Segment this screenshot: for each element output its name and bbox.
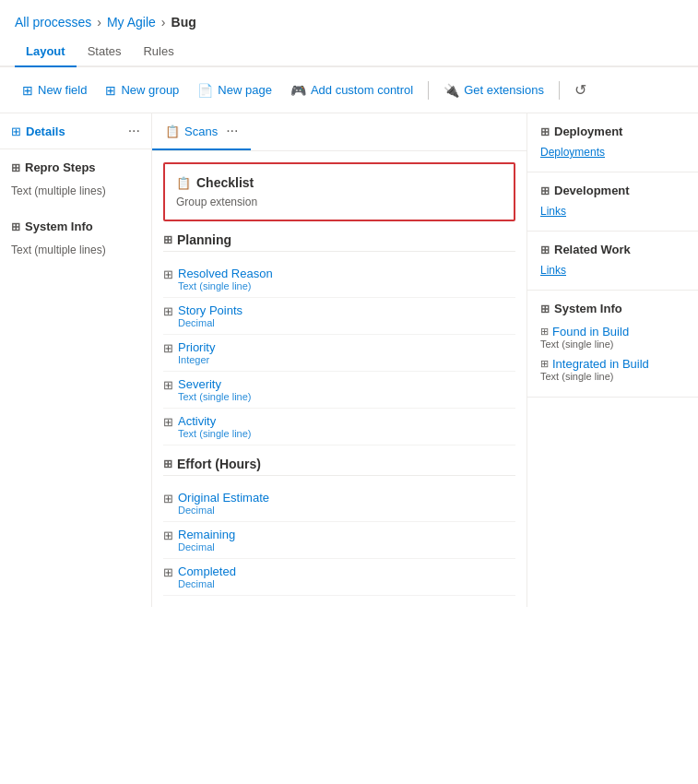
main-panel: 📋 Scans ··· 📋 Checklist Group extension … bbox=[152, 113, 527, 607]
field-icon: ⊞ bbox=[163, 529, 173, 542]
toolbar-separator bbox=[428, 81, 429, 100]
field-icon: ⊞ bbox=[163, 304, 173, 318]
right-field-name[interactable]: ⊞ Integrated in Build bbox=[540, 357, 685, 371]
right-section-title: ⊞ Related Work bbox=[540, 243, 685, 256]
toolbar: ⊞ New field ⊞ New group 📄 New page 🎮 Add… bbox=[0, 67, 698, 113]
left-panel-content: ⊞ Repro Steps Text (multiple lines) ⊞ Sy… bbox=[0, 149, 151, 271]
planning-field-row: ⊞ Story Points Decimal bbox=[163, 298, 515, 335]
right-section-icon: ⊞ bbox=[540, 125, 550, 138]
new-page-button[interactable]: 📄 New page bbox=[190, 78, 279, 102]
breadcrumb-all-processes[interactable]: All processes bbox=[15, 15, 91, 30]
field-type: Text (single line) bbox=[178, 391, 251, 402]
field-type: Decimal bbox=[178, 317, 243, 328]
details-tab[interactable]: ⊞ Details ··· bbox=[0, 113, 151, 149]
scans-more-icon[interactable]: ··· bbox=[226, 123, 238, 139]
content-area: ⊞ Details ··· ⊞ Repro Steps Text (multip… bbox=[0, 113, 698, 607]
field-content: Completed Decimal bbox=[178, 564, 236, 589]
field-type: Text (single line) bbox=[178, 280, 273, 291]
right-link[interactable]: Links bbox=[540, 203, 685, 220]
checklist-icon: 📋 bbox=[176, 176, 191, 190]
breadcrumb-sep-1: › bbox=[97, 15, 101, 30]
breadcrumb-current: Bug bbox=[172, 15, 196, 30]
tab-rules[interactable]: Rules bbox=[132, 37, 184, 67]
field-name[interactable]: Severity bbox=[178, 377, 251, 391]
field-type: Integer bbox=[178, 354, 215, 365]
right-field-type: Text (single line) bbox=[540, 339, 685, 350]
new-field-button[interactable]: ⊞ New field bbox=[15, 78, 94, 102]
field-content: Severity Text (single line) bbox=[178, 377, 251, 402]
right-section: ⊞ System Info ⊞ Found in Build Text (sin… bbox=[527, 291, 698, 398]
field-content: Activity Text (single line) bbox=[178, 414, 251, 439]
breadcrumb: All processes › My Agile › Bug bbox=[0, 0, 698, 37]
planning-field-row: ⊞ Priority Integer bbox=[163, 335, 515, 372]
field-content: Remaining Decimal bbox=[178, 528, 235, 552]
field-name[interactable]: Original Estimate bbox=[178, 491, 269, 505]
planning-field-row: ⊞ Resolved Reason Text (single line) bbox=[163, 261, 515, 298]
left-panel: ⊞ Details ··· ⊞ Repro Steps Text (multip… bbox=[0, 113, 152, 607]
field-name[interactable]: Story Points bbox=[178, 303, 243, 317]
field-name[interactable]: Remaining bbox=[178, 528, 235, 541]
right-field-icon: ⊞ bbox=[540, 358, 549, 370]
get-extensions-icon: 🔌 bbox=[444, 83, 459, 98]
effort-field-row: ⊞ Remaining Decimal bbox=[163, 522, 515, 559]
main-panel-tabs: 📋 Scans ··· bbox=[152, 113, 526, 151]
right-section-icon: ⊞ bbox=[540, 303, 550, 315]
field-name[interactable]: Completed bbox=[178, 564, 236, 578]
field-name[interactable]: Priority bbox=[178, 340, 215, 354]
right-panel: ⊞ Deployment Deployments ⊞ Development L… bbox=[527, 113, 698, 607]
right-section: ⊞ Related Work Links bbox=[527, 232, 698, 291]
effort-section: ⊞ Effort (Hours) ⊞ Original Estimate Dec… bbox=[163, 457, 515, 596]
scans-tab[interactable]: 📋 Scans ··· bbox=[152, 113, 251, 150]
field-type: Decimal bbox=[178, 541, 235, 552]
right-section: ⊞ Development Links bbox=[527, 172, 698, 232]
field-type: Decimal bbox=[178, 505, 269, 516]
planning-field-row: ⊞ Activity Text (single line) bbox=[163, 409, 515, 445]
right-section-title: ⊞ Development bbox=[540, 184, 685, 197]
nav-tabs: Layout States Rules bbox=[0, 37, 698, 67]
right-field: ⊞ Found in Build Text (single line) bbox=[540, 321, 685, 353]
field-type: Text (single line) bbox=[178, 428, 251, 439]
add-custom-control-icon: 🎮 bbox=[290, 83, 306, 98]
effort-fields: ⊞ Original Estimate Decimal ⊞ Remaining … bbox=[163, 485, 515, 596]
field-icon: ⊞ bbox=[163, 267, 173, 281]
field-name[interactable]: Activity bbox=[178, 414, 251, 428]
effort-field-row: ⊞ Completed Decimal bbox=[163, 559, 515, 596]
right-link[interactable]: Deployments bbox=[540, 144, 685, 160]
system-info-field: Text (multiple lines) bbox=[11, 239, 140, 260]
field-type: Decimal bbox=[178, 578, 236, 589]
right-section-icon: ⊞ bbox=[540, 244, 550, 256]
tab-layout[interactable]: Layout bbox=[15, 37, 77, 67]
effort-field-row: ⊞ Original Estimate Decimal bbox=[163, 485, 515, 522]
toolbar-separator-2 bbox=[559, 81, 560, 100]
right-section-icon: ⊞ bbox=[540, 184, 550, 197]
refresh-button[interactable]: ↺ bbox=[567, 77, 594, 103]
get-extensions-button[interactable]: 🔌 Get extensions bbox=[436, 78, 551, 102]
breadcrumb-sep-2: › bbox=[161, 15, 166, 30]
planning-section: ⊞ Planning ⊞ Resolved Reason Text (singl… bbox=[163, 232, 515, 445]
new-group-button[interactable]: ⊞ New group bbox=[98, 78, 186, 102]
right-link[interactable]: Links bbox=[540, 262, 685, 279]
field-content: Story Points Decimal bbox=[178, 303, 243, 328]
planning-fields: ⊞ Resolved Reason Text (single line) ⊞ S… bbox=[163, 261, 515, 445]
right-field-name[interactable]: ⊞ Found in Build bbox=[540, 325, 685, 339]
scans-icon: 📋 bbox=[165, 125, 180, 138]
system-info-title: ⊞ System Info bbox=[11, 220, 140, 233]
repro-steps-icon: ⊞ bbox=[11, 161, 20, 174]
right-section: ⊞ Deployment Deployments bbox=[527, 113, 698, 172]
field-content: Priority Integer bbox=[178, 340, 215, 365]
effort-title: ⊞ Effort (Hours) bbox=[163, 457, 515, 476]
field-name[interactable]: Resolved Reason bbox=[178, 267, 273, 280]
new-group-icon: ⊞ bbox=[105, 83, 116, 98]
field-icon: ⊞ bbox=[163, 415, 173, 429]
field-icon: ⊞ bbox=[163, 565, 173, 579]
field-content: Resolved Reason Text (single line) bbox=[178, 267, 273, 291]
field-icon: ⊞ bbox=[163, 341, 173, 355]
breadcrumb-my-agile[interactable]: My Agile bbox=[107, 15, 156, 30]
right-section-title: ⊞ Deployment bbox=[540, 125, 685, 138]
field-content: Original Estimate Decimal bbox=[178, 491, 269, 516]
details-more-icon[interactable]: ··· bbox=[128, 123, 140, 139]
planning-field-row: ⊞ Severity Text (single line) bbox=[163, 372, 515, 409]
add-custom-control-button[interactable]: 🎮 Add custom control bbox=[283, 78, 420, 102]
tab-states[interactable]: States bbox=[77, 37, 133, 67]
repro-steps-field: Text (multiple lines) bbox=[11, 180, 140, 201]
